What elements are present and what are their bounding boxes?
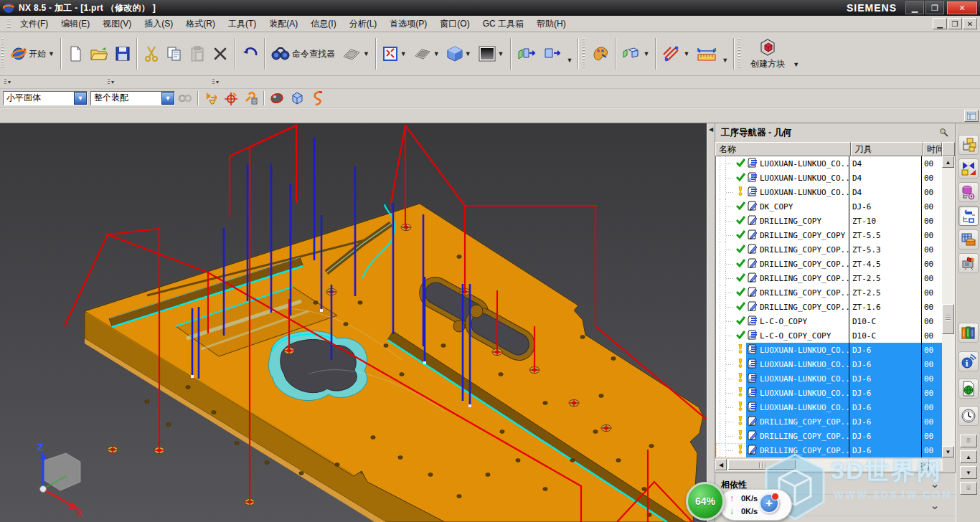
web-page-button[interactable] xyxy=(958,379,979,399)
scroll-right-icon[interactable]: ▶ xyxy=(918,459,929,470)
sketch-display-button[interactable]: ▼ xyxy=(339,38,373,70)
history-button[interactable] xyxy=(958,406,979,426)
machine-tool-view-button[interactable] xyxy=(958,158,979,179)
operation-row[interactable]: DRILLING_COPY_COP...DJ-600 xyxy=(716,414,943,429)
restore-button[interactable]: ❐ xyxy=(925,1,944,14)
constraints-tool-button[interactable] xyxy=(242,90,260,106)
scroll-down-icon[interactable]: ▼ xyxy=(942,446,954,457)
show-hide-button[interactable] xyxy=(514,38,540,70)
dock-overflow-button[interactable]: ▾ xyxy=(106,77,122,87)
operation-row[interactable]: DRILLING_COPYZT-1000 xyxy=(716,214,943,228)
menu-item[interactable]: 窗口(O) xyxy=(433,16,476,32)
new-file-button[interactable] xyxy=(64,38,87,70)
operation-row[interactable]: LUOXUAN-LUNKUO_CO...DJ-600 xyxy=(716,357,943,371)
measure-distance-button[interactable] xyxy=(693,38,720,70)
dock-overflow-button[interactable]: ▾ xyxy=(3,77,19,87)
interpart-link-button[interactable] xyxy=(176,90,194,106)
scroll-down-icon[interactable]: ▼ xyxy=(960,466,977,479)
cut-button[interactable] xyxy=(140,38,163,70)
wireframe-cube-button[interactable] xyxy=(288,90,306,106)
graphics-viewport[interactable]: Z X xyxy=(0,123,707,522)
save-button[interactable] xyxy=(111,38,134,70)
operation-row[interactable]: LUOXUAN-LUNKUO_CO...DJ-600 xyxy=(716,343,943,357)
column-header-name[interactable]: 名称 xyxy=(715,142,851,156)
combo-arrow-icon[interactable]: ▼ xyxy=(74,92,87,105)
pin-icon[interactable] xyxy=(939,128,949,138)
column-header-tool[interactable]: 刀具 xyxy=(851,142,923,156)
speed-pill[interactable]: ↑ 0K/s ↓ 0K/s xyxy=(719,489,792,521)
menu-item[interactable]: 首选项(P) xyxy=(383,16,433,32)
operation-row[interactable]: DRILLING_COPY_COPYZT-5.500 xyxy=(716,228,943,242)
true-shading-button[interactable] xyxy=(588,38,613,70)
create-block-button[interactable]: 创建方块 xyxy=(744,35,791,72)
operation-row[interactable]: L-C-O_COPY_COPYD10-C00 xyxy=(716,328,943,343)
operation-row[interactable]: LUOXUAN-LUNKUO_CO...D400 xyxy=(716,185,943,199)
scroll-left-icon[interactable]: ◀ xyxy=(715,459,727,470)
machining-method-view-button[interactable] xyxy=(958,206,979,226)
dock-overflow-button[interactable]: ▾ xyxy=(211,77,227,87)
start-menu-button[interactable]: 开始 ▼ xyxy=(7,38,58,70)
operation-row[interactable]: DRILLING_COPY_COP...ZT-2.500 xyxy=(716,271,943,285)
immediate-hide-button[interactable] xyxy=(540,38,565,70)
menu-item[interactable]: 工具(T) xyxy=(222,16,263,32)
operation-row[interactable]: DRILLING_COPY_COP...ZT-4.500 xyxy=(716,257,943,271)
assembly-scope-combo[interactable]: 整个装配 ▼ xyxy=(90,91,175,105)
selection-scope-combo[interactable]: 小平面体 ▼ xyxy=(3,91,88,105)
operation-row[interactable]: L-C-O_COPYD10-C00 xyxy=(716,314,943,328)
operation-row[interactable]: DRILLING_COPY_COP...DJ-600 xyxy=(716,443,943,457)
scroll-up-icon[interactable]: ▲ xyxy=(960,450,977,463)
expand-section-button[interactable]: ⌄ xyxy=(924,476,946,492)
command-finder-button[interactable]: 命令查找器 xyxy=(268,38,339,70)
operation-row[interactable]: DK_COPYDJ-600 xyxy=(716,199,943,214)
selection-filter-button[interactable] xyxy=(202,90,220,106)
spline-tool-button[interactable] xyxy=(308,90,326,106)
horizontal-scrollbar[interactable]: ◀ ▶ xyxy=(715,459,943,471)
menu-item[interactable]: 视图(V) xyxy=(96,16,138,32)
vertical-scroll-thumb[interactable] xyxy=(942,304,954,334)
toolbar-overflow-icon[interactable]: ▼ xyxy=(722,57,728,64)
toolbar-overflow-icon[interactable]: ▼ xyxy=(567,57,573,64)
horizontal-scroll-thumb[interactable] xyxy=(728,460,796,470)
library-button[interactable] xyxy=(958,323,979,343)
rendering-style-button[interactable]: ▼ xyxy=(410,38,443,70)
assistance-button[interactable]: i xyxy=(958,351,979,371)
menu-item[interactable]: 格式(R) xyxy=(179,16,222,32)
scroll-up-icon[interactable]: ▲ xyxy=(942,156,954,168)
operation-row[interactable]: DRILLING_COPY_COP...ZT-1.600 xyxy=(716,300,943,314)
operation-navigator-button[interactable] xyxy=(958,229,979,250)
paste-button[interactable] xyxy=(186,38,209,70)
toolbar-overflow-icon[interactable]: ▼ xyxy=(793,61,799,68)
panel-splitter[interactable]: ◀ xyxy=(707,123,715,522)
measure-constraint-button[interactable]: ▼ xyxy=(659,38,693,70)
child-restore-button[interactable]: ❐ xyxy=(948,18,962,29)
progress-badge[interactable]: 64% xyxy=(686,482,725,521)
shaded-view-button[interactable]: ▼ xyxy=(443,38,475,70)
child-close-button[interactable]: ✕ xyxy=(963,18,977,29)
program-order-view-button[interactable] xyxy=(958,135,979,155)
operation-row[interactable]: LUOXUAN-LUNKUO_CO...DJ-600 xyxy=(716,386,943,400)
scroll-to-top-icon[interactable]: ⍐ xyxy=(960,435,977,447)
show-only-button[interactable] xyxy=(268,90,286,106)
menu-item[interactable]: 文件(F) xyxy=(14,16,55,32)
minimize-button[interactable]: ▁ xyxy=(905,1,924,14)
fit-view-button[interactable]: ▼ xyxy=(379,38,410,70)
operation-row[interactable]: LUOXUAN-LUNKUO_CO...DJ-600 xyxy=(716,371,943,386)
child-minimize-button[interactable]: ▁ xyxy=(933,18,947,29)
scroll-to-bottom-icon[interactable]: ⍗ xyxy=(960,482,977,495)
menu-item[interactable]: 插入(S) xyxy=(138,16,179,32)
operation-row[interactable]: DRILLING_COPY_COP...ZT-2.500 xyxy=(716,285,943,300)
operation-row[interactable]: DRILLING_COPY_COP...DJ-600 xyxy=(716,429,943,443)
undo-button[interactable] xyxy=(237,38,262,70)
menu-item[interactable]: 信息(I) xyxy=(304,16,342,32)
vertical-scrollbar[interactable]: ▲ ▼ xyxy=(942,156,955,457)
delete-button[interactable] xyxy=(209,38,232,70)
column-header-time[interactable]: 时间 xyxy=(923,142,942,156)
operation-row[interactable]: LUOXUAN-LUNKUO_CO...D400 xyxy=(716,156,943,171)
open-file-button[interactable] xyxy=(87,38,111,70)
expand-section-button[interactable]: ⌄ xyxy=(924,498,946,513)
menu-item[interactable]: GC 工具箱 xyxy=(476,16,530,32)
menu-item[interactable]: 帮助(H) xyxy=(530,16,573,32)
operation-row[interactable]: DRILLING_COPY_COP...ZT-5.300 xyxy=(716,242,943,257)
move-object-button[interactable]: ▼ xyxy=(618,38,653,70)
view-background-button[interactable]: ▼ xyxy=(475,38,508,70)
